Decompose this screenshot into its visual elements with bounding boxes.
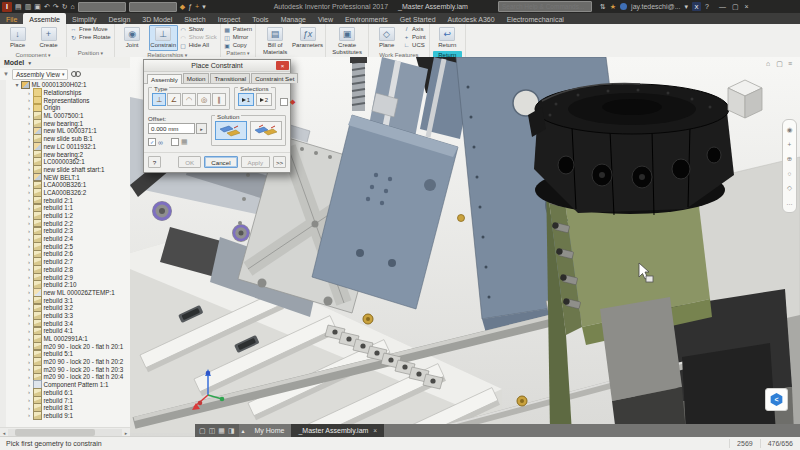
view-selector-dropdown[interactable]: Assembly View ▾ xyxy=(12,69,68,80)
ribbon-tab[interactable]: View xyxy=(312,13,339,24)
tree-expander-icon[interactable]: › xyxy=(26,397,32,403)
create-button[interactable]: + Create xyxy=(34,25,63,51)
tree-expander-icon[interactable]: › xyxy=(26,274,32,280)
tree-item[interactable]: › rebuild 5:1 xyxy=(12,350,130,358)
free-move-button[interactable]: ↔ Free Move xyxy=(70,25,111,33)
dialog-tab[interactable]: Transitional xyxy=(210,73,250,83)
navigation-wheel-icon[interactable]: ◉ xyxy=(787,126,793,134)
tree-expander-icon[interactable]: › xyxy=(26,251,32,257)
tree-item[interactable]: › new ML 000026ZTEMP:1 xyxy=(12,289,130,297)
tree-expander-icon[interactable]: › xyxy=(26,182,32,188)
dialog-title-bar[interactable]: Place Constraint × xyxy=(144,60,290,72)
tree-item[interactable]: › rebuild 2:9 xyxy=(12,273,130,281)
tab-my-home[interactable]: My Home xyxy=(248,424,292,437)
place-constraint-dialog[interactable]: Place Constraint × AssemblyMotionTransit… xyxy=(143,59,291,173)
redo-icon[interactable]: ↷ xyxy=(53,2,59,11)
close-button[interactable]: × xyxy=(745,3,749,11)
switch-windows-icon[interactable]: ◫ xyxy=(209,427,216,435)
dialog-expand-button[interactable]: >> xyxy=(273,156,286,168)
tree-item[interactable]: ▾ ML 00001300H02:1 xyxy=(12,81,130,89)
ribbon-tab[interactable]: Electromechanical xyxy=(501,13,570,24)
ribbon-tab[interactable]: 3D Model xyxy=(136,13,178,24)
ucs-button[interactable]: ∟ UCS xyxy=(403,41,426,49)
orbit-icon[interactable]: ○ xyxy=(788,170,792,177)
tree-expander-icon[interactable]: › xyxy=(26,389,32,395)
tree-expander-icon[interactable]: › xyxy=(26,259,32,265)
tree-item[interactable]: › rebuild 7:1 xyxy=(12,396,130,404)
ribbon-tab[interactable]: Get Started xyxy=(394,13,442,24)
tree-expander-icon[interactable]: › xyxy=(26,351,32,357)
tree-item[interactable]: › rebuild 1:2 xyxy=(12,212,130,220)
first-selection-button[interactable]: 1 xyxy=(238,93,254,106)
tree-item[interactable]: › Representations xyxy=(12,96,130,104)
update-icon[interactable]: ↻ xyxy=(62,2,68,11)
fullscreen-icon[interactable]: ▢ xyxy=(776,60,783,68)
ribbon-tab[interactable]: Environments xyxy=(339,13,394,24)
dock-icon[interactable]: ◨ xyxy=(228,427,235,435)
tree-expander-icon[interactable]: › xyxy=(26,366,32,372)
clean-screen-icon[interactable]: ▢ xyxy=(199,427,206,435)
show-preview-checkbox[interactable]: ✓ xyxy=(148,138,156,146)
favorites-star-icon[interactable]: ★ xyxy=(610,2,616,11)
hide-all-button[interactable]: ▢ Hide All xyxy=(180,41,217,49)
joint-button[interactable]: ◉ Joint xyxy=(118,25,147,51)
appearance-dropdown[interactable] xyxy=(129,2,177,12)
tree-item[interactable]: › m20 90 - lock 20 - flat h 20:4 xyxy=(12,373,130,381)
sync-icon[interactable]: ⇅ xyxy=(600,2,606,11)
tree-expander-icon[interactable]: › xyxy=(26,236,32,242)
signed-in-user[interactable]: jay.tedeschi@... xyxy=(631,3,680,10)
ribbon-tab[interactable]: File xyxy=(0,13,23,24)
undo-icon[interactable]: ↶ xyxy=(44,2,50,11)
tree-expander-icon[interactable]: › xyxy=(26,97,32,103)
home-view-icon[interactable]: ⌂ xyxy=(71,2,75,11)
ribbon-tab[interactable]: Manage xyxy=(275,13,312,24)
tree-expander-icon[interactable]: › xyxy=(26,305,32,311)
tree-expander-icon[interactable]: › xyxy=(26,189,32,195)
axis-button[interactable]: / Axis xyxy=(403,25,426,33)
dialog-close-icon[interactable]: × xyxy=(276,61,289,70)
scrollbar-thumb[interactable] xyxy=(15,429,95,436)
tree-item[interactable]: › m20 90 - lock 20 - flat h 20:1 xyxy=(12,342,130,350)
tree-expander-icon[interactable]: › xyxy=(26,128,32,134)
save-icon[interactable]: ▣ xyxy=(34,2,41,11)
search-input[interactable] xyxy=(498,1,592,12)
tree-item[interactable]: › LCA000B326:1 xyxy=(12,181,130,189)
tree-expander-icon[interactable]: › xyxy=(26,405,32,411)
tree-item[interactable]: › rebuild 2:4 xyxy=(12,235,130,243)
ok-button[interactable]: OK xyxy=(178,156,201,168)
offset-flyout-icon[interactable]: ▸ xyxy=(196,123,207,134)
flush-solution-button[interactable] xyxy=(250,121,282,140)
tree-item[interactable]: › new LC 0011932:1 xyxy=(12,143,130,151)
dialog-tab[interactable]: Assembly xyxy=(147,74,182,84)
tile-windows-icon[interactable]: ▦ xyxy=(218,427,225,435)
show-sick-button[interactable]: ◠ Show Sick xyxy=(180,33,217,41)
tree-item[interactable]: › rebuild 8:1 xyxy=(12,404,130,412)
ball-screw[interactable] xyxy=(350,57,367,111)
insert-constraint-button[interactable]: ◎ xyxy=(197,93,211,106)
tree-expander-icon[interactable]: › xyxy=(26,382,32,388)
ribbon-tab[interactable]: Tools xyxy=(246,13,274,24)
user-avatar-icon[interactable] xyxy=(620,3,627,10)
navbar-more-icon[interactable]: … xyxy=(786,199,793,206)
tree-item[interactable]: › rebuild 3:4 xyxy=(12,319,130,327)
tree-item[interactable]: › new slide sub B:1 xyxy=(12,135,130,143)
tree-expander-icon[interactable]: › xyxy=(26,328,32,334)
tree-item[interactable]: › new slide shaft start:1 xyxy=(12,166,130,174)
tab-master-assembly[interactable]: _Master Assembly.iam × xyxy=(291,424,384,437)
mate-solution-button[interactable] xyxy=(215,121,247,140)
tree-item[interactable]: › NEW BELT:1 xyxy=(12,173,130,181)
free-rotate-button[interactable]: ↻ Free Rotate xyxy=(70,33,111,41)
tangent-constraint-button[interactable]: ◠ xyxy=(182,93,196,106)
scroll-left-icon[interactable]: ◂ xyxy=(0,430,8,436)
open-icon[interactable]: ▥ xyxy=(25,2,32,11)
tree-item[interactable]: › rebuild 2:3 xyxy=(12,227,130,235)
tree-item[interactable]: › rebuild 2:10 xyxy=(12,281,130,289)
constrain-button[interactable]: ⊥ Constrain xyxy=(149,25,178,51)
position-panel-label[interactable]: Position xyxy=(70,49,111,57)
tree-item[interactable]: › new bearing:1 xyxy=(12,119,130,127)
tree-item[interactable]: › rebuild 2:8 xyxy=(12,266,130,274)
predict-offset-checkbox[interactable] xyxy=(171,138,179,146)
tree-expander-icon[interactable]: › xyxy=(26,120,32,126)
support-slab[interactable] xyxy=(600,297,682,401)
offset-input[interactable]: 0.000 mm xyxy=(148,123,195,134)
